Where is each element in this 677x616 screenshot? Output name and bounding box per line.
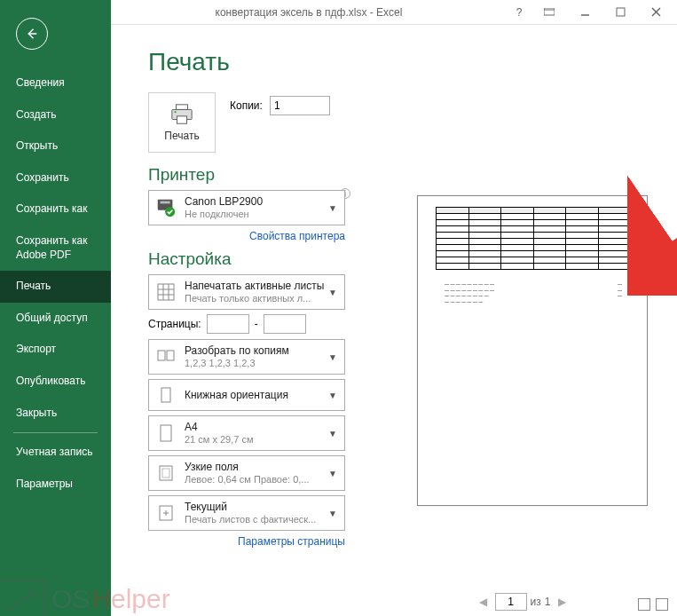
collate-icon bbox=[149, 346, 183, 367]
print-action-row: Печать Копии: bbox=[148, 92, 368, 153]
close-button[interactable] bbox=[638, 2, 673, 23]
svg-rect-12 bbox=[161, 201, 170, 204]
collate-select[interactable]: Разобрать по копиям 1,2,3 1,2,3 1,2,3 ▼ bbox=[148, 339, 345, 375]
printer-name: Canon LBP2900 bbox=[185, 195, 327, 208]
chevron-down-icon: ▼ bbox=[328, 203, 344, 213]
sidebar-item-export[interactable]: Экспорт bbox=[0, 334, 111, 366]
svg-rect-21 bbox=[161, 388, 170, 402]
svg-rect-19 bbox=[158, 351, 165, 360]
printer-properties-link[interactable]: Свойства принтера bbox=[148, 230, 345, 242]
printer-heading: Принтер bbox=[148, 165, 368, 185]
svg-point-10 bbox=[174, 111, 176, 113]
svg-rect-3 bbox=[617, 8, 625, 16]
zoom-to-page-button[interactable] bbox=[656, 598, 668, 611]
copies-label: Копии: bbox=[230, 99, 263, 112]
pages-from-input[interactable] bbox=[207, 314, 249, 334]
collate-sub: 1,2,3 1,2,3 1,2,3 bbox=[185, 358, 327, 369]
print-button-label: Печать bbox=[164, 130, 199, 142]
scaling-select[interactable]: Текущий Печать листов с фактическ... ▼ bbox=[148, 495, 345, 531]
next-page-button[interactable]: ▶ bbox=[554, 594, 570, 610]
chevron-down-icon: ▼ bbox=[328, 469, 344, 478]
sidebar-item-saveas[interactable]: Сохранить как bbox=[0, 193, 111, 225]
svg-rect-9 bbox=[177, 116, 186, 123]
printer-status-icon bbox=[149, 197, 183, 218]
chevron-down-icon: ▼ bbox=[328, 391, 344, 400]
help-button[interactable]: ? bbox=[507, 2, 531, 23]
print-what-sub: Печать только активных л... bbox=[185, 293, 327, 304]
sidebar-item-print[interactable]: Печать bbox=[0, 271, 111, 303]
show-margins-button[interactable] bbox=[638, 598, 650, 611]
svg-rect-20 bbox=[167, 351, 174, 360]
paper-sub: 21 см x 29,7 см bbox=[185, 434, 327, 446]
maximize-button[interactable] bbox=[602, 2, 638, 23]
sidebar-item-saveas-pdf[interactable]: Сохранить как Adobe PDF bbox=[0, 225, 111, 271]
back-button[interactable] bbox=[16, 18, 48, 50]
ribbon-options-button[interactable] bbox=[531, 2, 567, 23]
total-pages: 1 bbox=[545, 596, 551, 608]
settings-heading: Настройка bbox=[148, 249, 368, 269]
sidebar-item-publish[interactable]: Опубликовать bbox=[0, 366, 111, 398]
margins-icon bbox=[149, 462, 183, 484]
printer-select[interactable]: Canon LBP2900 Не подключен ▼ bbox=[148, 190, 345, 225]
window-controls: ? bbox=[507, 2, 677, 23]
prev-page-button[interactable]: ◀ bbox=[476, 594, 492, 610]
sidebar-item-close[interactable]: Закрыть bbox=[0, 398, 111, 430]
sidebar-separator bbox=[13, 432, 98, 433]
window-title: конвертация эксель в пдф.xlsx - Excel bbox=[111, 6, 507, 19]
paper-select[interactable]: A4 21 см x 29,7 см ▼ bbox=[148, 415, 345, 451]
sidebar-item-open[interactable]: Открыть bbox=[0, 130, 111, 162]
margins-select[interactable]: Узкие поля Левое: 0,64 см Правое: 0,... … bbox=[148, 455, 345, 491]
print-what-select[interactable]: Напечатать активные листы Печать только … bbox=[148, 274, 345, 310]
print-preview-column: — — — — — — — — —— — — — — — — — — —— — … bbox=[368, 25, 677, 616]
page-portrait-icon bbox=[149, 384, 183, 406]
preview-table bbox=[436, 207, 631, 270]
zoom-controls bbox=[638, 598, 668, 611]
arrow-left-icon bbox=[24, 26, 40, 42]
minimize-button[interactable] bbox=[567, 2, 602, 23]
print-button[interactable]: Печать bbox=[148, 92, 216, 153]
print-panel: Печать Печать Копии: Принтер i bbox=[111, 25, 677, 616]
sidebar-item-new[interactable]: Создать bbox=[0, 99, 111, 131]
svg-rect-14 bbox=[158, 284, 174, 300]
print-what-main: Напечатать активные листы bbox=[185, 280, 327, 292]
printer-status: Не подключен bbox=[185, 209, 327, 220]
svg-rect-0 bbox=[544, 8, 555, 15]
chevron-down-icon: ▼ bbox=[328, 429, 344, 438]
svg-rect-7 bbox=[177, 105, 188, 110]
copies-input[interactable] bbox=[270, 96, 330, 115]
preview-page: — — — — — — — — —— — — — — — — — — —— — … bbox=[417, 195, 648, 506]
orientation-select[interactable]: Книжная ориентация ▼ bbox=[148, 379, 345, 411]
chevron-down-icon: ▼ bbox=[328, 509, 344, 518]
paper-main: A4 bbox=[185, 421, 327, 433]
page-title: Печать bbox=[148, 48, 368, 76]
page-navigation: ◀ из 1 ▶ bbox=[368, 593, 677, 611]
pages-label: Страницы: bbox=[148, 318, 201, 330]
current-page-input[interactable] bbox=[495, 593, 527, 611]
printer-icon bbox=[169, 103, 195, 126]
orientation-label: Книжная ориентация bbox=[185, 389, 327, 401]
page-icon bbox=[149, 423, 183, 444]
preview-summary: — — — — — — — — —— — — — — — — — — —— — … bbox=[445, 281, 622, 304]
print-settings-column: Печать Печать Копии: Принтер i bbox=[111, 25, 368, 616]
svg-rect-22 bbox=[161, 425, 171, 441]
sheets-icon bbox=[149, 281, 183, 303]
sidebar-item-options[interactable]: Параметры bbox=[0, 469, 111, 501]
of-label: из bbox=[531, 596, 541, 608]
sidebar-item-info[interactable]: Сведения bbox=[0, 67, 111, 99]
scaling-sub: Печать листов с фактическ... bbox=[185, 514, 327, 525]
sidebar-item-save[interactable]: Сохранить bbox=[0, 162, 111, 194]
svg-rect-24 bbox=[162, 469, 169, 478]
margins-main: Узкие поля bbox=[185, 461, 327, 473]
pages-row: Страницы: - bbox=[148, 314, 368, 334]
scaling-icon bbox=[149, 502, 183, 524]
page-setup-link[interactable]: Параметры страницы bbox=[148, 535, 345, 548]
svg-rect-23 bbox=[160, 466, 172, 480]
pages-to-input[interactable] bbox=[264, 314, 306, 334]
chevron-down-icon: ▼ bbox=[328, 288, 344, 297]
pages-separator: - bbox=[255, 318, 258, 330]
backstage-sidebar: Сведения Создать Открыть Сохранить Сохра… bbox=[0, 0, 111, 616]
sidebar-item-share[interactable]: Общий доступ bbox=[0, 303, 111, 335]
scaling-main: Текущий bbox=[185, 501, 327, 513]
margins-sub: Левое: 0,64 см Правое: 0,... bbox=[185, 474, 327, 486]
sidebar-item-account[interactable]: Учетная запись bbox=[0, 437, 111, 469]
